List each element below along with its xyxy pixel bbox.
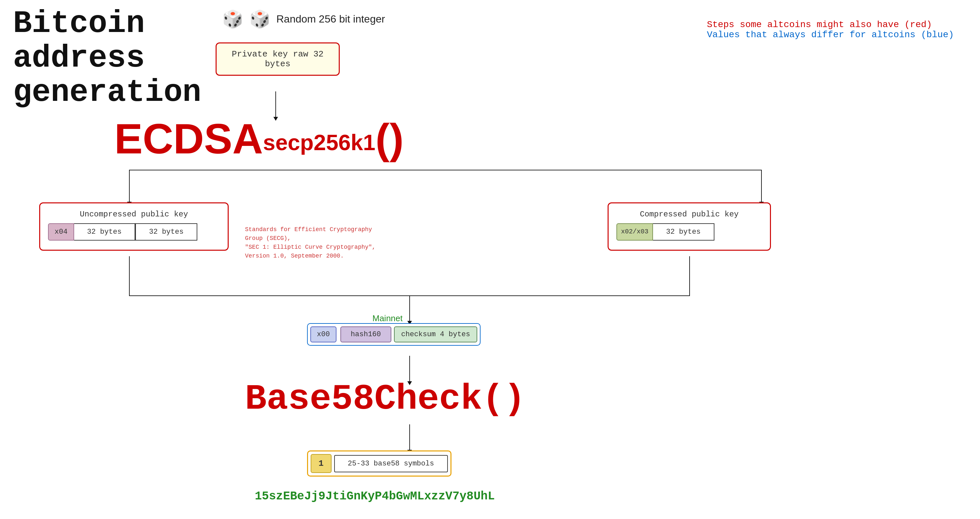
private-key-label: Private key raw 32 bytes (232, 49, 324, 69)
secg-reference: Standards for Efficient Cryptography Gro… (245, 225, 375, 260)
secg-line3: Version 1.0, September 2000. (245, 252, 375, 260)
title-line2: address (13, 41, 201, 76)
secg-line2: "SEC 1: Elliptic Curve Cryptography", (245, 243, 375, 252)
ecdsa-function: ECDSAsecp256k1() (115, 114, 404, 163)
page-title: Bitcoin address generation (13, 6, 201, 110)
branch-horizontal-line (129, 170, 762, 170)
address-prefix-1: 1 (311, 454, 332, 473)
ecdsa-parens: () (375, 115, 404, 163)
address-symbols: 25-33 base58 symbols (334, 455, 448, 472)
uncompressed-key-box: Uncompressed public key x04 32 bytes 32 … (39, 202, 229, 251)
compressed-key-label: Compressed public key (616, 210, 762, 219)
legend-blue: Values that always differ for altcoins (… (707, 30, 954, 40)
title-line3: generation (13, 75, 201, 110)
random-label-text: Random 256 bit integer (276, 13, 385, 25)
arrow-private-key-down (275, 91, 276, 117)
arrow-hash-to-base58 (409, 356, 410, 382)
secg-line1: Standards for Efficient Cryptography Gro… (245, 225, 375, 243)
random-label-container: 🎲 🎲 Random 256 bit integer (222, 9, 385, 29)
dice-icon-2: 🎲 (249, 9, 270, 29)
uncompressed-bytes-x: 32 bytes (74, 223, 135, 241)
hash-checksum-field: checksum 4 bytes (394, 326, 477, 343)
compressed-key-box: Compressed public key x02/x03 32 bytes (608, 202, 771, 251)
line-to-hash-box (409, 295, 410, 322)
hash-prefix-x00: x00 (310, 326, 336, 343)
base58check-function: Base58Check() (245, 379, 525, 419)
private-key-box: Private key raw 32 bytes (216, 43, 340, 76)
uncompressed-key-label: Uncompressed public key (48, 210, 220, 219)
bitcoin-address-value: 15szEBeJj9JtiGnKyP4bGwMLxzzV7y8UhL (255, 490, 495, 503)
compressed-key-inner: x02/x03 32 bytes (616, 223, 762, 241)
hash160-box: x00 hash160 checksum 4 bytes (307, 323, 480, 346)
address-output-box: 1 25-33 base58 symbols (307, 451, 452, 476)
arrow-uncompressed-branch (129, 170, 130, 202)
uncompressed-prefix: x04 (48, 223, 74, 241)
line-compressed-down (689, 256, 690, 295)
dice-icon-1: 🎲 (222, 9, 243, 29)
legend: Steps some altcoins might also have (red… (707, 20, 954, 40)
title-line1: Bitcoin (13, 6, 201, 41)
ecdsa-sub: secp256k1 (263, 130, 375, 155)
ecdsa-main: ECDSA (115, 115, 263, 163)
uncompressed-key-inner: x04 32 bytes 32 bytes (48, 223, 220, 241)
compressed-bytes: 32 bytes (653, 223, 714, 241)
arrow-base58-to-address (409, 424, 410, 451)
legend-red: Steps some altcoins might also have (red… (707, 20, 954, 30)
hash160-field: hash160 (340, 326, 391, 343)
uncompressed-bytes-y: 32 bytes (135, 223, 197, 241)
mainnet-label: Mainnet (372, 313, 403, 324)
compressed-prefix: x02/x03 (616, 223, 653, 241)
arrow-compressed-branch (761, 170, 762, 202)
line-uncompressed-down (129, 256, 130, 295)
